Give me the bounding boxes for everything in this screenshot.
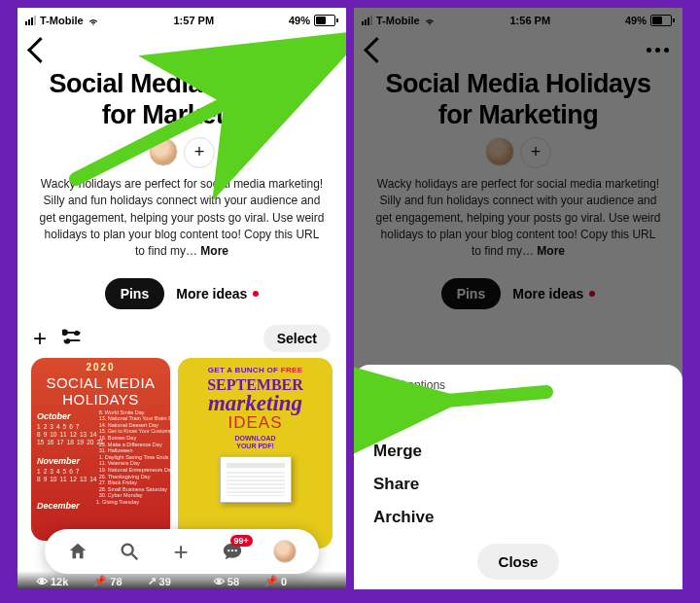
pin-b-ideas: IDEAS: [228, 413, 282, 433]
notification-dot-icon: [253, 291, 259, 297]
status-bar: T-Mobile 1:57 PM 49%: [18, 8, 346, 30]
owner-avatar[interactable]: [149, 137, 178, 166]
pin-a-heading: SOCIAL MEDIA HOLIDAYS: [31, 374, 170, 408]
board-options-sheet: Board options Edit Merge Share Archive C…: [354, 365, 682, 589]
carrier: T-Mobile: [40, 15, 84, 26]
option-edit[interactable]: Edit: [373, 402, 663, 435]
owner-avatar[interactable]: [485, 137, 514, 166]
stat-pins: 📌 78: [93, 575, 122, 587]
add-collaborator-button[interactable]: +: [184, 137, 215, 168]
select-button[interactable]: Select: [263, 325, 331, 352]
battery-pct: 49%: [289, 15, 310, 26]
board-description-text: Wacky holidays are perfect for social me…: [40, 177, 325, 259]
search-icon[interactable]: [119, 541, 140, 562]
svg-point-7: [231, 550, 233, 551]
phone-right: T-Mobile 1:56 PM 49% Social Media Holida…: [354, 8, 682, 589]
svg-point-4: [122, 545, 133, 555]
option-merge[interactable]: Merge: [373, 435, 663, 468]
overflow-menu-button[interactable]: [310, 48, 332, 53]
stat-views-b: 👁 58: [214, 575, 239, 587]
board-description-text: Wacky holidays are perfect for social me…: [376, 177, 661, 259]
phone-left: T-Mobile 1:57 PM 49% Social Media Holida…: [18, 8, 346, 589]
status-time: 1:57 PM: [174, 15, 215, 26]
more-link[interactable]: More: [537, 244, 565, 258]
home-icon[interactable]: [67, 541, 88, 562]
svg-line-5: [132, 554, 138, 560]
option-share[interactable]: Share: [373, 468, 663, 501]
wifi-icon: [424, 15, 436, 26]
pin-card-a[interactable]: 2020 SOCIAL MEDIA HOLIDAYS October 12345…: [31, 358, 170, 541]
close-button[interactable]: Close: [477, 544, 560, 580]
add-collaborator-button[interactable]: +: [520, 137, 551, 168]
pin-a-month-dec: December: [37, 501, 90, 511]
board-description: Wacky holidays are perfect for social me…: [18, 176, 346, 261]
pin-b-line1: GET A BUNCH OF FREE: [208, 366, 303, 374]
svg-point-8: [234, 550, 236, 551]
tab-more-ideas[interactable]: More ideas: [512, 286, 595, 302]
tab-more-ideas-label: More ideas: [176, 286, 247, 302]
filter-icon[interactable]: [62, 327, 82, 350]
battery-pct: 49%: [625, 15, 647, 26]
more-link[interactable]: More: [200, 244, 228, 258]
board-title: Social Media Holidays for Marketing: [369, 69, 667, 131]
profile-avatar-icon[interactable]: [273, 540, 297, 563]
stat-pins-b: 📌 0: [264, 575, 287, 587]
tab-more-ideas-label: More ideas: [512, 286, 583, 302]
pin-b-download: DOWNLOAD YOUR PDF!: [235, 435, 276, 449]
status-bar: T-Mobile 1:56 PM 49%: [354, 8, 682, 30]
wifi-icon: [88, 15, 99, 26]
option-archive[interactable]: Archive: [373, 501, 663, 534]
sheet-title: Board options: [373, 378, 663, 392]
stat-views: 👁 12k: [37, 575, 68, 587]
back-icon[interactable]: [364, 37, 390, 63]
pin-b-doc-preview: [220, 456, 292, 503]
nav-bar: [18, 30, 346, 65]
pin-a-year: 2020: [31, 362, 170, 372]
pin-a-month-oct: October: [37, 411, 93, 421]
overflow-menu-button[interactable]: [647, 48, 669, 53]
pin-b-marketing: marketing: [208, 394, 302, 414]
signal-icon: [25, 16, 36, 25]
status-time: 1:56 PM: [510, 15, 551, 26]
battery-icon: [314, 15, 338, 26]
notification-badge: 99+: [230, 535, 253, 547]
svg-point-6: [228, 550, 229, 551]
board-title: Social Media Holidays for Marketing: [33, 69, 331, 131]
tab-pins[interactable]: Pins: [105, 278, 165, 309]
tab-more-ideas[interactable]: More ideas: [176, 286, 259, 302]
signal-icon: [362, 16, 372, 25]
messages-icon[interactable]: 99+: [222, 541, 243, 562]
pin-a-month-nov: November: [37, 456, 93, 466]
create-icon[interactable]: +: [170, 541, 192, 562]
battery-icon: [650, 15, 675, 26]
tab-pins[interactable]: Pins: [441, 278, 502, 309]
board-description: Wacky holidays are perfect for social me…: [354, 176, 682, 261]
bottom-nav: + 99+: [45, 529, 319, 574]
pin-card-b[interactable]: GET A BUNCH OF FREE SEPTEMBER marketing …: [178, 358, 332, 549]
notification-dot-icon: [589, 291, 595, 297]
stat-shares: ↗ 39: [148, 575, 171, 587]
back-icon[interactable]: [27, 37, 53, 63]
carrier: T-Mobile: [376, 15, 420, 26]
nav-bar: [354, 30, 682, 65]
add-pin-button[interactable]: +: [33, 325, 47, 352]
